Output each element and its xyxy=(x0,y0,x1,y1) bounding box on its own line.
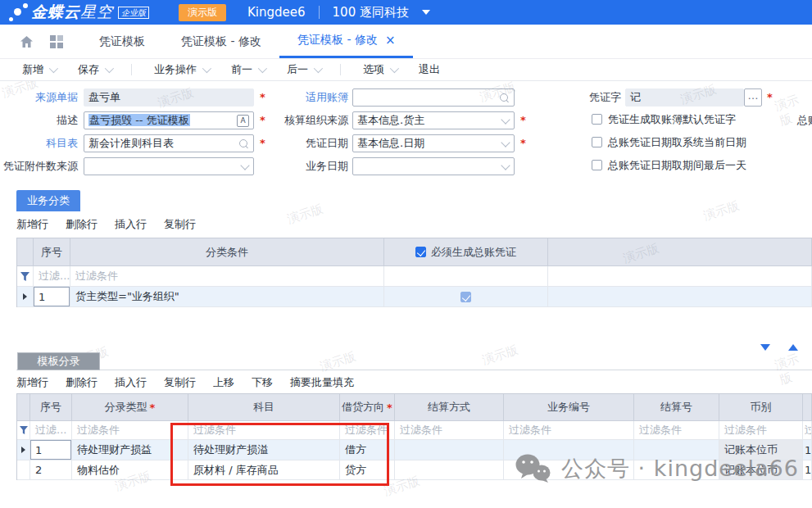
insert-row-button[interactable]: 插入行 xyxy=(115,375,147,390)
chevron-down-icon[interactable] xyxy=(501,161,510,170)
save-button[interactable]: 保存 xyxy=(78,62,111,77)
must-gl-header[interactable]: 必须生成总账凭证 xyxy=(384,238,548,266)
clipped-cell[interactable]: 1 xyxy=(803,440,812,460)
add-row-button[interactable]: 新增行 xyxy=(16,375,48,390)
filter-cell[interactable]: 过滤条件 xyxy=(504,421,634,440)
copy-row-button[interactable]: 复制行 xyxy=(164,217,196,232)
must-gl-row-checkbox[interactable] xyxy=(460,292,471,302)
account-table-label[interactable]: 科目表 xyxy=(0,134,78,152)
default-voucher-word-checkbox[interactable] xyxy=(592,114,602,125)
entry-type-cell[interactable]: 物料估价 xyxy=(72,460,188,480)
logo-bold-text: 金蝶云 xyxy=(31,2,80,20)
home-icon[interactable] xyxy=(20,35,34,48)
tab-voucher-template[interactable]: 凭证模板 xyxy=(81,25,163,58)
search-icon[interactable] xyxy=(500,93,508,102)
filter-cell[interactable]: 过滤条件 xyxy=(70,266,384,287)
chevron-down-icon[interactable] xyxy=(501,138,510,147)
move-up-button[interactable]: 上移 xyxy=(213,375,234,390)
add-row-button[interactable]: 新增行 xyxy=(16,217,48,232)
tenant-dropdown-icon[interactable] xyxy=(422,10,430,15)
expand-section-icon[interactable] xyxy=(788,344,798,351)
chevron-down-icon[interactable] xyxy=(501,115,510,124)
must-gl-header-checkbox[interactable] xyxy=(415,247,426,257)
demo-version-button[interactable]: 演示版 xyxy=(179,4,226,21)
voucher-word-more-button[interactable]: … xyxy=(744,88,762,107)
insert-row-button[interactable]: 插入行 xyxy=(115,217,147,232)
description-input[interactable]: 盘亏损毁 -- 凭证模板 A xyxy=(84,111,254,129)
business-operation-button[interactable]: 业务操作 xyxy=(154,62,209,77)
seq-cell[interactable]: 1 xyxy=(30,440,72,460)
seq-cell[interactable]: 1 xyxy=(34,287,70,307)
business-date-select[interactable] xyxy=(352,157,515,175)
exit-button[interactable]: 退出 xyxy=(419,62,440,77)
previous-button[interactable]: 前一 xyxy=(231,62,265,77)
filter-cell[interactable]: 过滤条件 xyxy=(188,421,340,440)
delete-row-button[interactable]: 删除行 xyxy=(66,375,98,390)
next-button[interactable]: 后一 xyxy=(287,62,320,77)
filter-icon-cell[interactable] xyxy=(17,421,30,440)
new-button[interactable]: 新增 xyxy=(22,62,56,77)
filter-cell[interactable]: 过滤条件 xyxy=(340,421,395,440)
search-icon[interactable] xyxy=(239,139,247,147)
default-voucher-word-checkbox-label[interactable]: 凭证生成取账簿默认凭证字 xyxy=(608,113,736,126)
empty-cell[interactable] xyxy=(548,287,812,307)
filter-cell[interactable]: 过 xyxy=(803,421,812,440)
tab-close-icon[interactable]: × xyxy=(385,33,396,48)
filter-cell[interactable]: 过滤条件 xyxy=(72,421,188,440)
attachment-source-label: 凭证附件数来源 xyxy=(0,157,78,175)
tab-voucher-template-edit[interactable]: 凭证模板 - 修改 xyxy=(163,25,279,58)
button-label: 业务操作 xyxy=(154,62,197,77)
clipped-right-label: 总账 xyxy=(797,113,812,128)
options-button[interactable]: 选项 xyxy=(363,62,397,77)
account-table-input[interactable]: 新会计准则科目表 xyxy=(84,134,254,152)
account-cell[interactable]: 原材料 / 库存商品 xyxy=(188,460,340,480)
tab-template-entries[interactable]: 模板分录 xyxy=(17,352,100,370)
must-gl-cell[interactable] xyxy=(384,287,548,307)
voucher-date-select[interactable]: 基本信息.日期 xyxy=(352,134,515,152)
product-logo: 金蝶云星空 xyxy=(31,2,113,23)
filter-cell[interactable] xyxy=(384,266,548,287)
filter-cell[interactable]: 过滤条件 xyxy=(719,421,803,440)
tab-business-classification[interactable]: 业务分类 xyxy=(16,190,80,211)
chevron-down-icon[interactable] xyxy=(240,161,249,170)
row-expander-cell[interactable] xyxy=(17,460,30,480)
tab-label: 凭证模板 - 修改 xyxy=(181,34,261,49)
apps-grid-icon[interactable] xyxy=(50,35,63,48)
clipped-header xyxy=(803,394,812,421)
watermark-credit: 公众号 · kingdeela66 xyxy=(515,453,799,484)
batch-fill-summary-button[interactable]: 摘要批量填充 xyxy=(290,375,354,390)
gl-date-system-checkbox[interactable] xyxy=(592,137,602,147)
filter-icon-cell[interactable] xyxy=(17,266,34,287)
attachment-source-select[interactable] xyxy=(84,157,254,175)
applicable-book-input[interactable] xyxy=(352,88,515,107)
tab-voucher-template-edit-active[interactable]: 凭证模板 - 修改 × xyxy=(279,25,414,58)
text-editor-icon[interactable]: A xyxy=(237,115,249,127)
settle-method-cell[interactable] xyxy=(395,440,504,460)
applicable-book-label[interactable]: 适用账簿 xyxy=(262,88,348,107)
clipped-cell[interactable]: 1 xyxy=(803,460,812,480)
filter-cell[interactable]: 过滤条件 xyxy=(634,421,719,440)
source-bill-label[interactable]: 来源单据 xyxy=(0,88,78,107)
gl-date-period-end-checkbox-label[interactable]: 总账凭证日期取期间最后一天 xyxy=(608,159,746,172)
row-expander-cell[interactable] xyxy=(17,440,30,460)
gl-date-period-end-checkbox[interactable] xyxy=(592,160,602,170)
collapse-section-icon[interactable] xyxy=(760,344,770,351)
filter-cell[interactable]: 过滤条件 xyxy=(395,421,504,440)
direction-cell[interactable]: 贷方 xyxy=(340,460,395,480)
filter-cell[interactable]: 过滤... xyxy=(30,421,72,440)
tenant-name[interactable]: 100 逐同科技 xyxy=(333,5,409,20)
condition-cell[interactable]: 货主类型="业务组织" xyxy=(70,287,384,307)
move-down-button[interactable]: 下移 xyxy=(252,375,273,390)
seq-cell[interactable]: 2 xyxy=(30,460,72,480)
filter-cell[interactable]: 过滤... xyxy=(34,266,70,287)
settle-method-cell[interactable] xyxy=(395,460,504,480)
entry-type-cell[interactable]: 待处理财产损益 xyxy=(72,440,188,460)
row-expander-cell[interactable] xyxy=(17,287,34,307)
gl-date-system-checkbox-label[interactable]: 总账凭证日期取系统当前日期 xyxy=(608,136,746,149)
delete-row-button[interactable]: 删除行 xyxy=(66,217,98,232)
copy-row-button[interactable]: 复制行 xyxy=(164,375,196,390)
direction-cell[interactable]: 借方 xyxy=(340,440,395,460)
filter-cell[interactable] xyxy=(548,266,812,287)
org-source-select[interactable]: 基本信息.货主 xyxy=(352,111,515,129)
account-cell[interactable]: 待处理财产损溢 xyxy=(188,440,340,460)
